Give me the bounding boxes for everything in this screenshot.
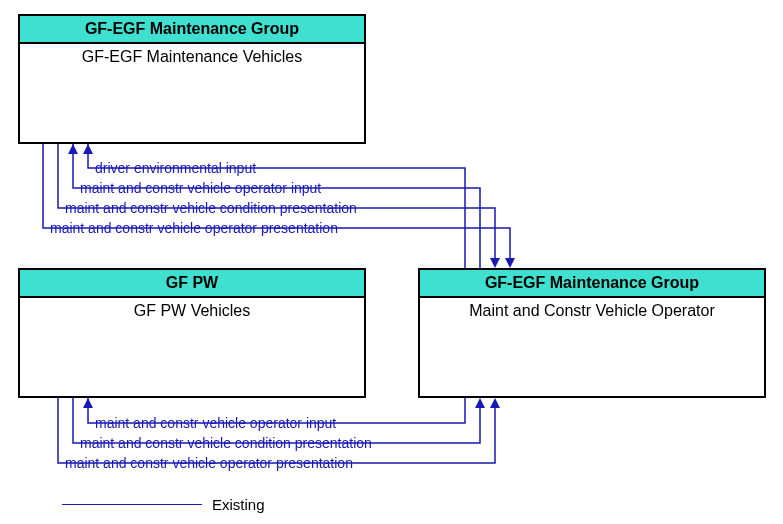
legend-text: Existing bbox=[212, 496, 265, 513]
flow-label-operator-input-bottom: maint and constr vehicle operator input bbox=[95, 415, 336, 431]
node-gfegf-maint-vehicles[interactable]: GF-EGF Maintenance Group GF-EGF Maintena… bbox=[18, 14, 366, 144]
flow-label-driver-env-input: driver environmental input bbox=[95, 160, 256, 176]
svg-marker-6 bbox=[490, 398, 500, 408]
node-gf-pw-vehicles[interactable]: GF PW GF PW Vehicles bbox=[18, 268, 366, 398]
svg-marker-2 bbox=[490, 258, 500, 268]
svg-marker-1 bbox=[68, 144, 78, 154]
flow-label-condition-presentation-bottom: maint and constr vehicle condition prese… bbox=[80, 435, 372, 451]
flow-label-operator-presentation-top: maint and constr vehicle operator presen… bbox=[50, 220, 338, 236]
legend-existing: Existing bbox=[62, 496, 265, 513]
flow-label-operator-presentation-bottom: maint and constr vehicle operator presen… bbox=[65, 455, 353, 471]
flow-label-operator-input-top: maint and constr vehicle operator input bbox=[80, 180, 321, 196]
node-body: GF-EGF Maintenance Vehicles bbox=[20, 44, 364, 70]
node-header: GF-EGF Maintenance Group bbox=[420, 270, 764, 298]
flow-label-condition-presentation-top: maint and constr vehicle condition prese… bbox=[65, 200, 357, 216]
svg-marker-4 bbox=[83, 398, 93, 408]
svg-marker-0 bbox=[83, 144, 93, 154]
node-body: Maint and Constr Vehicle Operator bbox=[420, 298, 764, 324]
node-header: GF-EGF Maintenance Group bbox=[20, 16, 364, 44]
svg-marker-3 bbox=[505, 258, 515, 268]
node-header: GF PW bbox=[20, 270, 364, 298]
legend-line bbox=[62, 504, 202, 505]
node-maint-constr-operator[interactable]: GF-EGF Maintenance Group Maint and Const… bbox=[418, 268, 766, 398]
svg-marker-5 bbox=[475, 398, 485, 408]
node-body: GF PW Vehicles bbox=[20, 298, 364, 324]
